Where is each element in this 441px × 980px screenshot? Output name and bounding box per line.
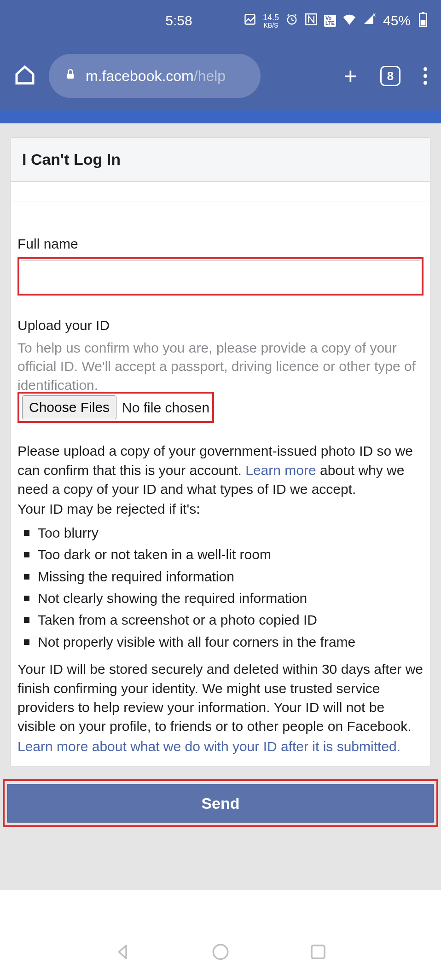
learn-more-link-1[interactable]: Learn more: [245, 463, 316, 478]
info-paragraph: Please upload a copy of your government-…: [17, 441, 424, 499]
send-button[interactable]: Send: [7, 784, 434, 823]
list-item: Not properly visible with all four corne…: [24, 632, 424, 651]
upload-label: Upload your ID: [17, 316, 424, 335]
list-item: Not clearly showing the required informa…: [24, 589, 424, 608]
page-content: I Can't Log In Full name Upload your ID …: [0, 123, 441, 766]
svg-rect-4: [422, 12, 424, 14]
form-body: Full name Upload your ID To help us conf…: [11, 202, 430, 766]
reject-reasons-list: Too blurry Too dark or not taken in a we…: [17, 523, 424, 651]
browser-bar: m.facebook.com/help + 8: [0, 41, 441, 110]
page-title: I Can't Log In: [22, 151, 419, 168]
highlight-full-name: [17, 257, 424, 296]
extra-space: [0, 846, 441, 890]
storage-info: Your ID will be stored securely and dele…: [17, 660, 424, 736]
learn-more-link-2[interactable]: Learn more about what we do with your ID…: [17, 737, 424, 756]
list-item: Missing the required information: [24, 567, 424, 586]
home-icon[interactable]: [14, 64, 36, 88]
list-item: Too dark or not taken in a well-lit room: [24, 545, 424, 564]
svg-point-7: [213, 945, 228, 959]
status-bar: 5:58 14.5 KB/S VoLTE x 45%: [0, 0, 441, 41]
nav-back-icon[interactable]: [113, 942, 133, 963]
svg-rect-0: [245, 14, 255, 24]
lock-icon: [64, 67, 76, 85]
tabs-button[interactable]: 8: [380, 66, 400, 86]
gap: [11, 182, 430, 202]
network-speed: 14.5 KB/S: [263, 13, 279, 29]
nav-home-icon[interactable]: [211, 942, 230, 963]
new-tab-icon[interactable]: +: [344, 63, 357, 89]
highlight-file-chooser: Choose Files No file chosen: [17, 392, 214, 423]
system-nav-bar: [0, 925, 441, 980]
volte-icon: VoLTE: [324, 15, 336, 27]
status-time: 5:58: [165, 13, 192, 29]
full-name-input[interactable]: [21, 260, 420, 292]
screenshot-icon: [244, 13, 256, 29]
choose-files-button[interactable]: Choose Files: [22, 395, 116, 419]
svg-rect-5: [421, 20, 426, 25]
highlight-send: Send: [3, 779, 438, 827]
svg-rect-6: [67, 74, 74, 79]
battery-icon: [419, 12, 427, 30]
list-item: Too blurry: [24, 523, 424, 542]
alarm-icon: [285, 13, 298, 29]
nav-recent-icon[interactable]: [308, 942, 328, 963]
upload-description: To help us confirm who you are, please p…: [17, 339, 424, 395]
signal-icon: x: [363, 14, 375, 28]
menu-icon[interactable]: [424, 67, 427, 85]
full-name-label: Full name: [17, 234, 424, 253]
battery-percent: 45%: [383, 13, 411, 29]
card-header: I Can't Log In: [11, 138, 430, 182]
send-section: Send: [0, 766, 441, 846]
status-icons: 14.5 KB/S VoLTE x 45%: [244, 12, 427, 30]
list-item: Taken from a screenshot or a photo copie…: [24, 610, 424, 629]
reject-intro: Your ID may be rejected if it's:: [17, 499, 424, 518]
form-card: I Can't Log In Full name Upload your ID …: [11, 137, 430, 766]
separator: [0, 110, 441, 123]
url-bar[interactable]: m.facebook.com/help: [49, 54, 261, 98]
svg-rect-8: [312, 945, 325, 958]
wifi-icon: [342, 14, 356, 28]
nfc-icon: [305, 13, 318, 29]
url-text: m.facebook.com/help: [86, 68, 226, 85]
file-status-text: No file chosen: [122, 398, 209, 417]
